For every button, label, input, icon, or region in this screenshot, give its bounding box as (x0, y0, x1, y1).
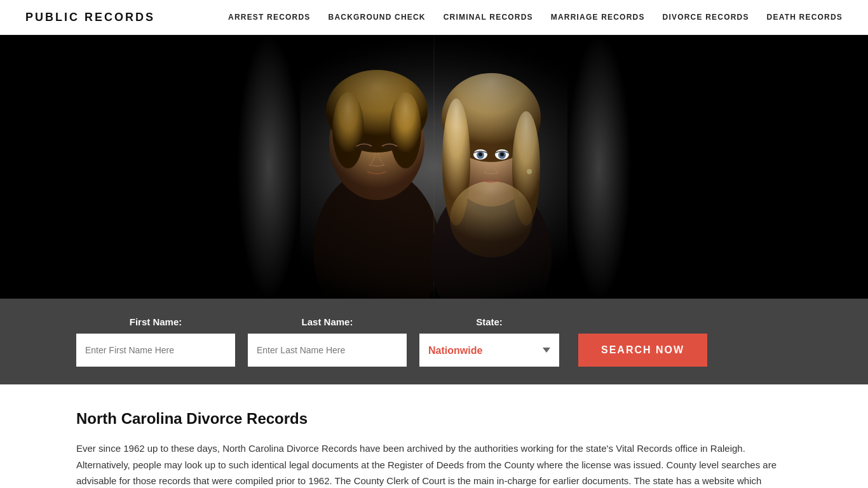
nav-item-divorce-records[interactable]: DIVORCE RECORDS (663, 13, 749, 22)
search-section: First Name: Last Name: State: Nationwide… (0, 299, 868, 384)
last-name-label: Last Name: (248, 316, 407, 327)
hero-section (0, 35, 868, 299)
nav-item-marriage-records[interactable]: MARRIAGE RECORDS (551, 13, 645, 22)
hero-image (237, 35, 631, 299)
state-wrapper: NationwideAlabamaAlaskaArizonaArkansasCa… (419, 334, 559, 367)
logo[interactable]: PUBLIC RECORDS (25, 11, 155, 24)
search-now-button[interactable]: SEARCH NOW (578, 334, 707, 367)
header: PUBLIC RECORDS ARREST RECORDSBACKGROUND … (0, 0, 868, 35)
state-select[interactable]: NationwideAlabamaAlaskaArizonaArkansasCa… (419, 334, 559, 367)
nav-item-criminal-records[interactable]: CRIMINAL RECORDS (444, 13, 533, 22)
nav-item-death-records[interactable]: DEATH RECORDS (767, 13, 843, 22)
first-name-label: First Name: (76, 316, 235, 327)
first-name-field: First Name: (76, 316, 235, 367)
main-nav: ARREST RECORDSBACKGROUND CHECKCRIMINAL R… (228, 13, 843, 22)
content-body: Ever since 1962 up to these days, North … (76, 440, 792, 488)
svg-rect-23 (237, 35, 301, 299)
state-label: State: (419, 316, 559, 327)
last-name-input[interactable] (248, 334, 407, 367)
svg-rect-24 (567, 35, 631, 299)
state-field: State: NationwideAlabamaAlaskaArizonaArk… (419, 316, 559, 367)
first-name-input[interactable] (76, 334, 235, 367)
nav-item-arrest-records[interactable]: ARREST RECORDS (228, 13, 310, 22)
nav-item-background-check[interactable]: BACKGROUND CHECK (329, 13, 426, 22)
hero-photo (237, 35, 631, 299)
content-section: North Carolina Divorce Records Ever sinc… (0, 384, 868, 488)
hero-svg (237, 35, 631, 299)
content-title: North Carolina Divorce Records (76, 410, 792, 428)
last-name-field: Last Name: (248, 316, 407, 367)
